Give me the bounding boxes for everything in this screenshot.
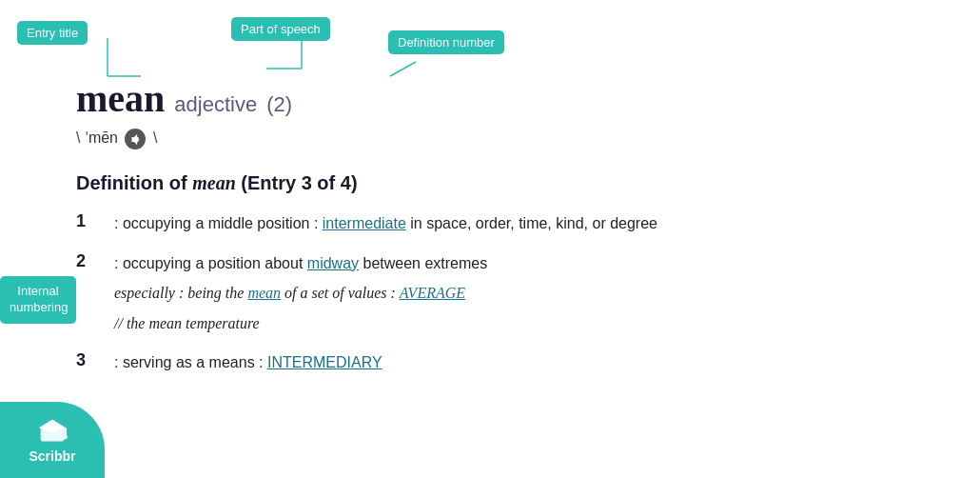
def-number-1: 1 xyxy=(76,211,95,231)
scribbr-logo: Scribbr xyxy=(0,402,105,478)
pronunciation: \ ˈmēn \ xyxy=(76,129,923,149)
entry-heading: mean adjective (2) xyxy=(76,76,923,121)
definition-item-2: 2 : occupying a position about midway be… xyxy=(76,251,923,336)
def-number-2: 2 xyxy=(76,251,95,271)
def-content-2: : occupying a position about midway betw… xyxy=(114,251,487,336)
especially-label: especially xyxy=(114,285,175,301)
speaker-icon xyxy=(129,133,142,146)
entry-number: (2) xyxy=(266,92,292,117)
internal-numbering-bubble: Internal numbering xyxy=(0,276,76,324)
entry-word: mean xyxy=(76,76,165,121)
def-sub-2: especially : being the mean of a set of … xyxy=(114,281,487,306)
definition-section-title: Definition of mean (Entry 3 of 4) xyxy=(76,172,923,194)
def-content-3: : serving as a means : INTERMEDIARY xyxy=(114,350,382,375)
definition-item-3: 3 : serving as a means : INTERMEDIARY xyxy=(76,350,923,375)
phonetic: mēn xyxy=(88,129,118,146)
link-mean[interactable]: mean xyxy=(247,285,281,301)
link-intermediary[interactable]: INTERMEDIARY xyxy=(267,354,382,370)
svg-point-8 xyxy=(63,435,67,439)
entry-part-of-speech: adjective xyxy=(174,92,257,117)
scribbr-name: Scribbr xyxy=(29,448,75,464)
main-content: mean adjective (2) \ ˈmēn \ Definition o… xyxy=(0,0,980,409)
link-average[interactable]: AVERAGE xyxy=(400,285,465,301)
def-number-3: 3 xyxy=(76,350,95,370)
def-content-1: : occupying a middle position : intermed… xyxy=(114,211,657,236)
link-intermediate[interactable]: intermediate xyxy=(323,215,406,231)
scribbr-icon xyxy=(35,416,69,445)
definition-list: 1 : occupying a middle position : interm… xyxy=(76,211,923,375)
link-midway[interactable]: midway xyxy=(307,255,359,271)
pronunciation-prefix: \ ˈ xyxy=(76,129,88,146)
audio-button[interactable] xyxy=(125,129,146,149)
pronunciation-suffix: \ xyxy=(153,129,157,146)
def-example-2: // the mean temperature xyxy=(114,311,487,336)
definition-item-1: 1 : occupying a middle position : interm… xyxy=(76,211,923,236)
